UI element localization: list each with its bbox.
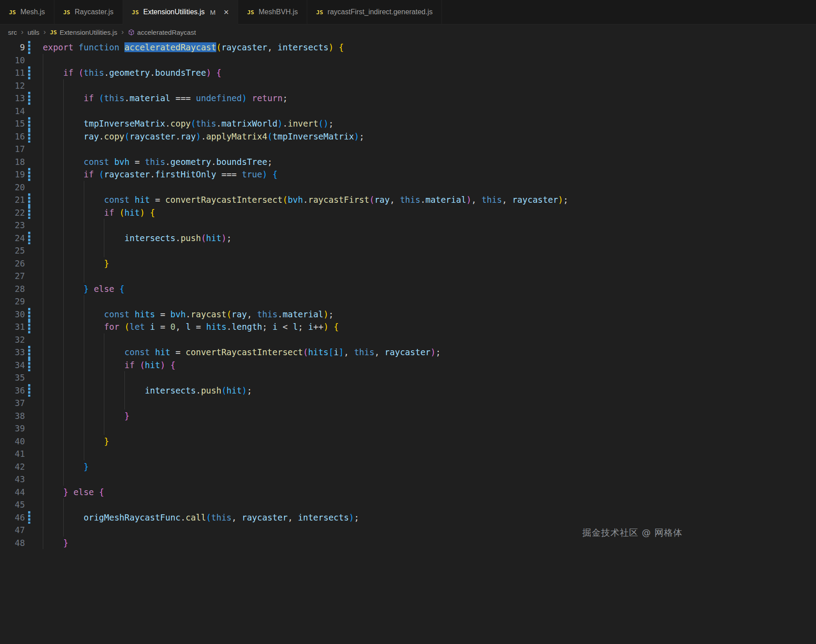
line-number[interactable]: 40 [0,435,25,448]
code-line-27[interactable]: 27 [0,270,816,283]
line-number[interactable]: 47 [0,524,25,537]
git-modified-gutter-indicator[interactable] [28,346,30,359]
code-line-16[interactable]: 16 ray.copy(raycaster.ray).applyMatrix4(… [0,130,816,143]
line-number[interactable]: 24 [0,232,25,245]
line-number[interactable]: 36 [0,384,25,397]
git-modified-gutter-indicator[interactable] [28,130,30,143]
code-line-28[interactable]: 28 } else { [0,283,816,295]
line-number[interactable]: 26 [0,257,25,270]
line-number[interactable]: 20 [0,181,25,194]
git-modified-gutter-indicator[interactable] [28,384,30,397]
code-line-29[interactable]: 29 [0,295,816,308]
line-number[interactable]: 35 [0,371,25,384]
line-number[interactable]: 12 [0,79,25,92]
code-line-26[interactable]: 26 } [0,257,816,270]
code-line-19[interactable]: 19 if (raycaster.firstHitOnly === true) … [0,168,816,181]
line-number[interactable]: 31 [0,320,25,333]
line-number[interactable]: 39 [0,422,25,435]
tab-meshbvh-js[interactable]: JSMeshBVH.js [238,0,307,24]
git-modified-gutter-indicator[interactable] [28,308,30,321]
breadcrumb-item-src[interactable]: src [8,29,17,36]
code-line-18[interactable]: 18 const bvh = this.geometry.boundsTree; [0,156,816,168]
line-number[interactable]: 34 [0,359,25,372]
git-modified-gutter-indicator[interactable] [28,511,30,524]
code-line-32[interactable]: 32 [0,333,816,346]
code-line-34[interactable]: 34 if (hit) { [0,359,816,372]
code-line-23[interactable]: 23 [0,219,816,232]
line-number[interactable]: 15 [0,117,25,130]
code-line-37[interactable]: 37 [0,397,816,410]
git-modified-gutter-indicator[interactable] [28,117,30,130]
line-number[interactable]: 32 [0,333,25,346]
code-line-30[interactable]: 30 const hits = bvh.raycast(ray, this.ma… [0,308,816,321]
code-line-35[interactable]: 35 [0,371,816,384]
code-line-38[interactable]: 38 } [0,410,816,422]
tab-raycastfirst_indirect-generated-js[interactable]: JSraycastFirst_indirect.generated.js [307,0,442,24]
line-number[interactable]: 22 [0,206,25,219]
code-line-33[interactable]: 33 const hit = convertRaycastIntersect(h… [0,346,816,359]
code-line-46[interactable]: 46 origMeshRaycastFunc.call(this, raycas… [0,511,816,524]
breadcrumb-item-extensionutilities-js[interactable]: JSExtensionUtilities.js [50,29,117,36]
line-number[interactable]: 48 [0,537,25,550]
line-number[interactable]: 14 [0,105,25,118]
git-modified-gutter-indicator[interactable] [28,232,30,245]
code-line-11[interactable]: 11 if (this.geometry.boundsTree) { [0,66,816,79]
close-tab-icon[interactable]: × [224,8,229,16]
code-line-15[interactable]: 15 tmpInverseMatrix.copy(this.matrixWorl… [0,117,816,130]
tab-mesh-js[interactable]: JSMesh.js [0,0,54,24]
line-number[interactable]: 25 [0,244,25,257]
code-line-44[interactable]: 44 } else { [0,486,816,499]
line-number[interactable]: 13 [0,92,25,105]
line-number[interactable]: 45 [0,498,25,511]
code-line-42[interactable]: 42 } [0,460,816,473]
line-number[interactable]: 10 [0,54,25,67]
code-line-24[interactable]: 24 intersects.push(hit); [0,232,816,245]
code-line-36[interactable]: 36 intersects.push(hit); [0,384,816,397]
line-number[interactable]: 9 [0,41,25,54]
code-line-9[interactable]: 9export function acceleratedRaycast(rayc… [0,41,816,54]
git-modified-gutter-indicator[interactable] [28,168,30,181]
code-line-14[interactable]: 14 [0,105,816,118]
code-line-12[interactable]: 12 [0,79,816,92]
line-number[interactable]: 42 [0,460,25,473]
code-line-21[interactable]: 21 const hit = convertRaycastIntersect(b… [0,193,816,206]
git-modified-gutter-indicator[interactable] [28,41,30,54]
line-number[interactable]: 44 [0,486,25,499]
code-line-39[interactable]: 39 [0,422,816,435]
code-line-48[interactable]: 48 } [0,537,816,550]
line-number[interactable]: 19 [0,168,25,181]
tab-extensionutilities-js[interactable]: JSExtensionUtilities.jsM× [123,0,239,25]
git-modified-gutter-indicator[interactable] [28,320,30,333]
code-line-40[interactable]: 40 } [0,435,816,448]
line-number[interactable]: 27 [0,270,25,283]
line-number[interactable]: 23 [0,219,25,232]
breadcrumb-item-utils[interactable]: utils [28,29,40,36]
line-number[interactable]: 28 [0,283,25,295]
code-line-20[interactable]: 20 [0,181,816,194]
line-number[interactable]: 43 [0,473,25,486]
git-modified-gutter-indicator[interactable] [28,206,30,219]
code-line-45[interactable]: 45 [0,498,816,511]
code-line-10[interactable]: 10 [0,54,816,67]
git-modified-gutter-indicator[interactable] [28,66,30,79]
git-modified-gutter-indicator[interactable] [28,92,30,105]
line-number[interactable]: 30 [0,308,25,321]
code-line-25[interactable]: 25 [0,244,816,257]
line-number[interactable]: 46 [0,511,25,524]
line-number[interactable]: 38 [0,410,25,422]
breadcrumb-item-acceleratedraycast[interactable]: acceleratedRaycast [128,29,196,36]
line-number[interactable]: 37 [0,397,25,410]
git-modified-gutter-indicator[interactable] [28,193,30,206]
code-line-47[interactable]: 47 [0,524,816,537]
code-line-43[interactable]: 43 [0,473,816,486]
line-number[interactable]: 17 [0,143,25,156]
line-number[interactable]: 33 [0,346,25,359]
code-line-41[interactable]: 41 [0,447,816,460]
git-modified-gutter-indicator[interactable] [28,359,30,372]
line-number[interactable]: 21 [0,193,25,206]
line-number[interactable]: 29 [0,295,25,308]
line-number[interactable]: 18 [0,156,25,168]
line-number[interactable]: 16 [0,130,25,143]
code-line-13[interactable]: 13 if (this.material === undefined) retu… [0,92,816,105]
code-line-17[interactable]: 17 [0,143,816,156]
